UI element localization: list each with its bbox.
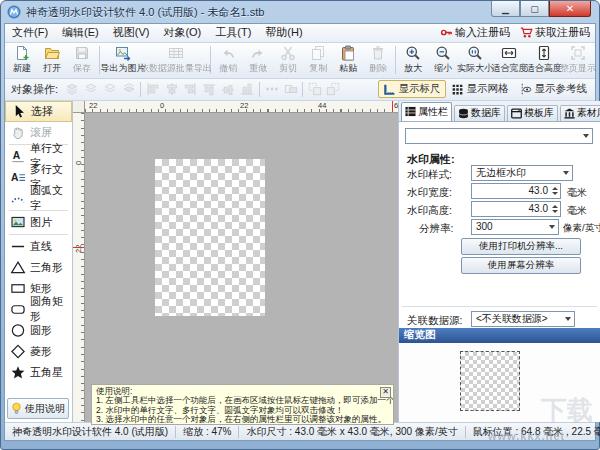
canvas[interactable] xyxy=(85,113,398,423)
menu-help[interactable]: 帮助(H) xyxy=(258,25,309,40)
template-icon xyxy=(511,108,522,119)
thumbnail-preview[interactable] xyxy=(460,351,520,411)
spinner-icon[interactable] xyxy=(550,203,559,215)
align-right-icon[interactable] xyxy=(181,81,200,98)
fit-height-button[interactable]: 适合高度 xyxy=(527,44,561,76)
ruler-label: 22 xyxy=(74,244,83,252)
copy-button[interactable]: 复制 xyxy=(303,44,333,76)
group-icon[interactable] xyxy=(305,81,324,98)
tab-properties[interactable]: 属性栏 xyxy=(401,102,452,121)
tool-star[interactable]: 五角星 xyxy=(5,362,72,383)
close-button[interactable]: ✕ xyxy=(549,1,591,17)
panel-tabs: 属性栏 数据库 模板库 素材库 xyxy=(399,101,600,122)
diamond-icon xyxy=(10,344,26,359)
export-image-button[interactable]: 导出为图片 xyxy=(102,44,144,76)
dpi-value: 300 xyxy=(476,221,493,232)
maximize-button[interactable]: ▢ xyxy=(520,1,549,17)
open-button[interactable]: 打开 xyxy=(37,44,67,76)
enter-register-code-link[interactable]: 输入注册码 xyxy=(435,25,515,40)
width-field[interactable]: 43.0 xyxy=(471,183,561,199)
equal-size-icon[interactable] xyxy=(281,81,300,98)
tool-rounded-rectangle[interactable]: 圆角矩形 xyxy=(5,299,72,320)
vertical-ruler: 0 22 xyxy=(73,113,85,423)
star-icon xyxy=(10,365,26,380)
align-top-icon[interactable] xyxy=(201,80,218,99)
show-grid-toggle[interactable]: 显示网格 xyxy=(446,80,514,98)
menu-edit[interactable]: 编辑(E) xyxy=(55,25,106,40)
button-label: 缩小 xyxy=(434,62,452,75)
toggle-label: 显示网格 xyxy=(467,82,509,96)
height-value: 43.0 xyxy=(529,203,548,214)
tab-database[interactable]: 数据库 xyxy=(454,105,505,121)
bring-to-front-icon[interactable] xyxy=(62,81,81,98)
tool-diamond[interactable]: 菱形 xyxy=(5,341,72,362)
object-selector-dropdown[interactable] xyxy=(405,128,593,144)
send-backward-icon[interactable] xyxy=(100,81,119,98)
tool-label: 圆角矩形 xyxy=(30,294,72,324)
batch-export-button[interactable]: 依数据源批量导出 xyxy=(144,44,208,76)
datasource-dropdown[interactable]: <不关联数据源> xyxy=(471,311,575,327)
redo-button[interactable]: 重做 xyxy=(243,44,273,76)
use-printer-dpi-button[interactable]: 使用打印机分辨率... xyxy=(461,238,581,255)
button-label: 保存 xyxy=(73,62,91,75)
use-screen-dpi-button[interactable]: 使用屏幕分辨率 xyxy=(461,257,581,274)
tab-label: 素材库 xyxy=(577,106,600,120)
dpi-label: 分辨率: xyxy=(419,222,453,236)
zoom-out-button[interactable]: 缩小 xyxy=(428,44,458,76)
fit-page-button[interactable]: 整页显示 xyxy=(561,44,595,76)
tab-materials[interactable]: 素材库 xyxy=(560,105,600,121)
ruler-label: 6 xyxy=(394,101,398,110)
dpi-dropdown[interactable]: 300 xyxy=(471,219,559,235)
save-button[interactable]: 保存 xyxy=(67,44,97,76)
ruler-label: 0 xyxy=(160,101,164,110)
tool-select[interactable]: 选择 xyxy=(5,101,72,122)
menu-object[interactable]: 对象(O) xyxy=(156,25,208,40)
paste-button[interactable]: 粘贴 xyxy=(333,44,363,76)
cart-icon xyxy=(520,26,533,39)
object-operations-label: 对象操作: xyxy=(11,82,58,97)
equal-spacing-icon[interactable] xyxy=(262,81,281,98)
delete-button[interactable]: 删除 xyxy=(363,44,393,76)
height-field[interactable]: 43.0 xyxy=(471,201,561,217)
align-center-h-icon[interactable] xyxy=(162,81,181,98)
tool-triangle[interactable]: 三角形 xyxy=(5,257,72,278)
undo-button[interactable]: 撤销 xyxy=(213,44,243,76)
tool-arc-text[interactable]: 圆弧文字 xyxy=(5,188,72,209)
fit-width-button[interactable]: 适合宽度 xyxy=(492,44,526,76)
status-mouse-position: 鼠标位置 : 64.8 毫米 , 22.5 毫米 xyxy=(466,425,600,439)
align-left-icon[interactable] xyxy=(143,81,162,98)
align-bottom-icon[interactable] xyxy=(239,80,256,99)
spinner-icon[interactable] xyxy=(550,185,559,197)
tool-image[interactable]: 图片 xyxy=(5,212,72,233)
title-bar[interactable]: 神奇透明水印设计软件 4.0 (试用版) - 未命名1.stb ▁ ▢ ✕ xyxy=(1,1,599,23)
style-dropdown[interactable]: 无边框水印 xyxy=(471,165,573,181)
tool-pan[interactable]: 滚屏 xyxy=(5,122,72,143)
get-register-code-link[interactable]: 获取注册码 xyxy=(515,25,595,40)
align-middle-icon[interactable] xyxy=(220,80,237,99)
help-button[interactable]: 使用说明 xyxy=(7,398,69,419)
toggle-label: 显示参考线 xyxy=(535,82,588,96)
tab-templates[interactable]: 模板库 xyxy=(507,105,558,121)
menu-tools[interactable]: 工具(T) xyxy=(208,25,258,40)
menu-file[interactable]: 文件(F) xyxy=(5,25,55,40)
close-instructions-icon[interactable]: ✕ xyxy=(380,387,391,398)
ungroup-icon[interactable] xyxy=(324,81,343,98)
minimize-button[interactable]: ▁ xyxy=(491,1,520,17)
tool-line[interactable]: 直线 xyxy=(5,236,72,257)
menu-view[interactable]: 视图(V) xyxy=(106,25,157,40)
show-ruler-toggle[interactable]: 显示标尺 xyxy=(378,80,446,98)
canvas-area[interactable]: 22 0 22 44 6 0 22 使用说明: 1. 左侧工具栏中 xyxy=(73,101,398,423)
app-icon xyxy=(7,5,21,19)
watermark-design-surface[interactable] xyxy=(155,159,265,316)
new-button[interactable]: 新建 xyxy=(7,44,37,76)
usage-instructions-box: 使用说明: 1. 左侧工具栏中选择一个功能后，在画布区域按住鼠标左键拖动，即可添… xyxy=(91,384,394,425)
send-to-back-icon[interactable] xyxy=(119,81,138,98)
cut-button[interactable]: 剪切 xyxy=(273,44,303,76)
bring-forward-icon[interactable] xyxy=(81,81,100,98)
width-label: 水印宽度: xyxy=(407,186,452,200)
show-guides-toggle[interactable]: 显示参考线 xyxy=(514,80,593,98)
copy-icon xyxy=(310,45,326,61)
actual-size-button[interactable]: 实际大小 xyxy=(458,44,492,76)
zoom-in-button[interactable]: 放大 xyxy=(398,44,428,76)
button-label: 复制 xyxy=(309,62,327,75)
